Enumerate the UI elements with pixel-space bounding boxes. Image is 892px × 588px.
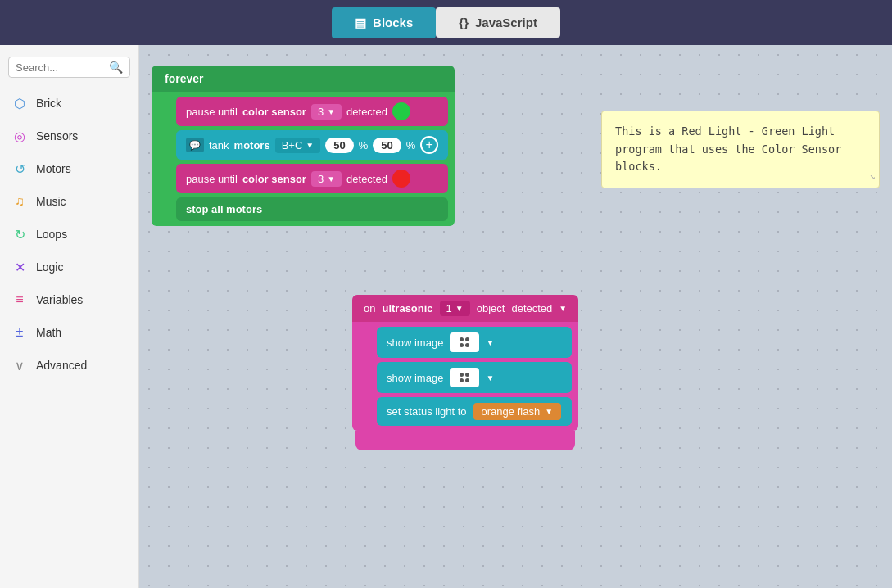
status-value: orange flash <box>482 405 541 418</box>
tank-motors-block[interactable]: 💬 tank motors B+C ▼ 50 % 50 % + <box>176 130 448 160</box>
sidebar-item-motors[interactable]: ↺ Motors <box>0 153 138 184</box>
pause1-port-dropdown[interactable]: 3 ▼ <box>311 104 342 120</box>
sidebar-label-advanced: Advanced <box>36 359 87 372</box>
forever-header: forever <box>152 66 455 92</box>
pause2-arrow: ▼ <box>327 174 335 183</box>
pause-color-red-block[interactable]: pause until color sensor 3 ▼ detected <box>176 164 448 193</box>
image-preview-2[interactable] <box>450 368 479 387</box>
motor-arrow: ▼ <box>306 141 314 150</box>
forever-block: forever pause until color sensor 3 ▼ det… <box>152 66 455 226</box>
search-icon: 🔍 <box>109 61 123 74</box>
sidebar-item-sensors[interactable]: ◎ Sensors <box>0 120 138 152</box>
status-light-block[interactable]: set status light to orange flash ▼ <box>377 397 572 426</box>
js-label: JavaScript <box>475 16 537 29</box>
pause2-text1: pause until <box>186 173 238 185</box>
pause1-arrow: ▼ <box>327 107 335 116</box>
forever-label: forever <box>165 72 203 85</box>
search-box[interactable]: 🔍 <box>8 57 130 78</box>
note-box: This is a Red Light - Green Lightprogram… <box>601 111 880 188</box>
dot <box>460 373 464 377</box>
sidebar-item-variables[interactable]: ≡ Variables <box>0 284 138 315</box>
brick-icon: ⬡ <box>11 95 28 111</box>
red-circle[interactable] <box>392 170 410 188</box>
dot <box>460 343 464 347</box>
pause-color-green-block[interactable]: pause until color sensor 3 ▼ detected <box>176 97 448 126</box>
show1-arrow: ▼ <box>486 338 494 347</box>
top-bar: ▤ Blocks {} JavaScript <box>0 0 892 45</box>
pause2-port-dropdown[interactable]: 3 ▼ <box>311 171 342 187</box>
image-preview-1[interactable] <box>450 332 479 352</box>
sidebar-item-math[interactable]: ± Math <box>0 317 138 348</box>
sidebar-label-math: Math <box>36 326 61 339</box>
main-layout: 🔍 ⬡ Brick ◎ Sensors ↺ Motors ♫ Music ↻ L… <box>0 45 892 588</box>
dot <box>465 343 469 347</box>
canvas-area: forever pause until color sensor 3 ▼ det… <box>139 45 892 588</box>
motor-text1: tank <box>209 139 229 152</box>
motor-pct1[interactable]: 50 <box>325 138 353 153</box>
ultra-text2: object <box>477 302 505 314</box>
sidebar-item-brick[interactable]: ⬡ Brick <box>0 88 138 119</box>
variables-icon: ≡ <box>11 292 28 308</box>
pause1-text2: detected <box>346 106 387 118</box>
ultra-text1: on <box>364 302 375 314</box>
motor-pct-label: % <box>359 139 369 152</box>
stop-motors-block[interactable]: stop all motors <box>176 197 448 221</box>
show-image-1-block[interactable]: show image ▼ <box>377 327 572 358</box>
ultrasonic-block-container: on ultrasonic 1 ▼ object detected ▼ show… <box>352 295 578 450</box>
tab-javascript[interactable]: {} JavaScript <box>436 7 560 38</box>
sidebar-label-loops: Loops <box>36 228 67 241</box>
show2-text: show image <box>387 372 443 384</box>
blocks-label: Blocks <box>373 16 413 29</box>
ultra-port-dropdown[interactable]: 1 ▼ <box>440 301 470 316</box>
show2-arrow: ▼ <box>486 373 494 382</box>
sidebar-label-sensors: Sensors <box>36 129 78 142</box>
note-text: This is a Red Light - Green Lightprogram… <box>615 124 841 173</box>
tab-blocks[interactable]: ▤ Blocks <box>332 7 436 38</box>
motor-port-dropdown[interactable]: B+C ▼ <box>275 138 321 153</box>
block-tail <box>355 431 575 450</box>
ultra-port-arrow: ▼ <box>455 304 464 313</box>
js-icon: {} <box>459 16 469 29</box>
sidebar-item-advanced[interactable]: ∨ Advanced <box>0 350 138 381</box>
music-icon: ♫ <box>11 193 28 210</box>
dot <box>465 373 469 377</box>
sensors-icon: ◎ <box>11 128 28 144</box>
ultra-text3: detected <box>511 302 552 314</box>
logic-icon: ✕ <box>11 259 28 275</box>
ultra-detected-arrow: ▼ <box>559 304 567 313</box>
ultra-keyword: ultrasonic <box>382 302 432 314</box>
motor-keyword: motors <box>234 139 270 152</box>
pause2-text2: detected <box>346 173 387 185</box>
show1-text: show image <box>387 337 443 349</box>
motor-pct2[interactable]: 50 <box>373 138 401 153</box>
sidebar-item-music[interactable]: ♫ Music <box>0 186 138 217</box>
sidebar-item-logic[interactable]: ✕ Logic <box>0 251 138 283</box>
sidebar-label-variables: Variables <box>36 293 83 306</box>
sidebar: 🔍 ⬡ Brick ◎ Sensors ↺ Motors ♫ Music ↻ L… <box>0 45 139 588</box>
pause2-sensor: color sensor <box>242 173 306 185</box>
dot-grid-1 <box>460 337 469 347</box>
status-arrow: ▼ <box>545 407 553 416</box>
resize-handle[interactable]: ↘ <box>870 169 876 184</box>
math-icon: ± <box>11 324 28 341</box>
sidebar-label-music: Music <box>36 195 66 208</box>
dot-grid-2 <box>460 373 469 382</box>
dot <box>465 337 469 341</box>
stop-label: stop all motors <box>186 203 262 215</box>
dot <box>460 337 464 341</box>
loops-icon: ↻ <box>11 226 28 242</box>
ultrasonic-header[interactable]: on ultrasonic 1 ▼ object detected ▼ <box>352 295 578 322</box>
show-image-2-block[interactable]: show image ▼ <box>377 362 572 393</box>
pause1-sensor: color sensor <box>242 106 306 118</box>
advanced-icon: ∨ <box>11 357 28 373</box>
blocks-icon: ▤ <box>355 16 366 30</box>
motor-pct-label2: % <box>406 139 416 152</box>
plus-icon[interactable]: + <box>420 136 438 154</box>
ultra-port: 1 <box>446 302 452 314</box>
sidebar-label-logic: Logic <box>36 260 63 274</box>
sidebar-item-loops[interactable]: ↻ Loops <box>0 219 138 250</box>
dot <box>465 378 469 382</box>
status-value-dropdown[interactable]: orange flash ▼ <box>473 403 561 420</box>
green-circle[interactable] <box>392 102 410 120</box>
search-input[interactable] <box>16 61 106 74</box>
